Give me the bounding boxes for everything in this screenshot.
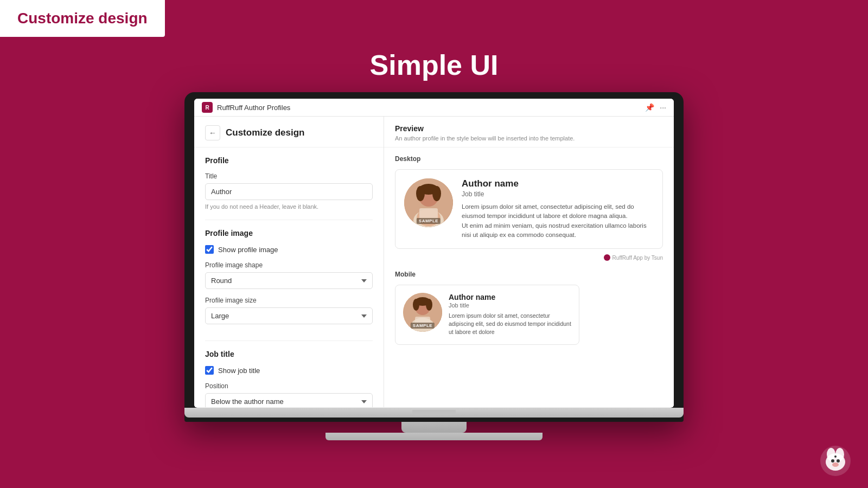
mobile-profile-image: SAMPLE — [403, 293, 442, 332]
svg-point-13 — [426, 299, 432, 311]
desktop-label: Desktop — [395, 155, 663, 163]
svg-point-20 — [837, 459, 840, 463]
profile-section-title: Profile — [205, 156, 373, 165]
profile-image-section-title: Profile image — [205, 229, 373, 237]
show-profile-image-label: Show profile image — [218, 246, 278, 254]
svg-point-4 — [416, 186, 425, 201]
position-select[interactable]: Below the author name After the author n… — [205, 393, 373, 407]
app-content: ← Customize design Profile Title If you … — [194, 117, 674, 407]
svg-point-18 — [835, 448, 844, 461]
shape-label: Profile image shape — [205, 261, 373, 269]
top-banner: Customize design — [0, 0, 165, 37]
svg-point-17 — [827, 448, 835, 461]
mobile-lorem-text: Lorem ipsum dolor sit amet, consectetur … — [449, 312, 571, 337]
laptop-screen: R RuffRuff Author Profiles 📌 ··· ← — [194, 99, 674, 408]
show-job-title-checkbox[interactable] — [205, 366, 214, 375]
left-panel: ← Customize design Profile Title If you … — [194, 117, 384, 407]
right-panel: Preview An author profile in the style b… — [384, 117, 674, 407]
mobile-sample-label: SAMPLE — [411, 323, 435, 329]
desktop-job-title: Job title — [462, 190, 654, 198]
panel-body: Profile Title If you do not need a Heade… — [194, 147, 384, 407]
preview-title: Preview — [395, 124, 663, 133]
desktop-profile-image: SAMPLE — [404, 178, 453, 227]
svg-point-19 — [831, 459, 834, 463]
show-profile-image-row: Show profile image — [205, 245, 373, 254]
divider-1 — [205, 220, 373, 220]
show-job-title-row: Show job title — [205, 366, 373, 375]
desktop-author-info: Author name Job title Lorem ipsum dolor … — [462, 178, 654, 240]
show-job-title-label: Show job title — [218, 367, 260, 375]
laptop-screen-frame: R RuffRuff Author Profiles 📌 ··· ← — [184, 92, 684, 422]
desktop-author-name: Author name — [462, 178, 654, 189]
laptop-frame: R RuffRuff Author Profiles 📌 ··· ← — [184, 92, 684, 440]
back-arrow-icon: ← — [209, 129, 216, 137]
app-chrome-right: 📌 ··· — [645, 103, 666, 112]
desktop-lorem-text: Lorem ipsum dolor sit amet, consectetur … — [462, 202, 654, 240]
job-title-section-title: Job title — [205, 350, 373, 358]
app-icon: R — [202, 102, 213, 113]
position-label: Position — [205, 382, 373, 390]
svg-point-12 — [413, 299, 419, 311]
desktop-sample-label: SAMPLE — [417, 218, 441, 224]
svg-point-5 — [432, 186, 441, 201]
dog-svg — [819, 445, 852, 477]
size-select[interactable]: Small Medium Large — [205, 307, 373, 324]
panel-title: Customize design — [226, 127, 304, 138]
title-field-hint: If you do not need a Header, leave it bl… — [205, 203, 373, 210]
divider-2 — [205, 341, 373, 341]
desktop-card: SAMPLE Author name Job title Lorem ipsum… — [395, 169, 663, 249]
more-icon[interactable]: ··· — [660, 103, 666, 112]
mobile-card: SAMPLE Author name Job title Lorem ipsum… — [395, 285, 579, 345]
top-banner-title: Customize design — [17, 10, 148, 27]
mobile-label: Mobile — [395, 271, 663, 278]
desktop-credit: RuffRuff App by Tsun — [395, 252, 663, 263]
credit-text: RuffRuff App by Tsun — [612, 255, 663, 261]
app-chrome: R RuffRuff Author Profiles 📌 ··· — [194, 99, 674, 117]
desktop-preview-section: Desktop — [384, 147, 674, 271]
panel-header: ← Customize design — [194, 117, 384, 147]
app-name: RuffRuff Author Profiles — [217, 104, 290, 112]
size-label: Profile image size — [205, 297, 373, 304]
svg-point-21 — [832, 463, 839, 467]
page-heading: Simple UI — [370, 49, 499, 81]
laptop-notch — [412, 410, 456, 415]
mobile-author-name: Author name — [449, 293, 571, 301]
mobile-job-title: Job title — [449, 302, 571, 309]
credit-icon — [604, 254, 610, 261]
pin-icon[interactable]: 📌 — [645, 103, 654, 112]
preview-header: Preview An author profile in the style b… — [384, 117, 674, 147]
svg-point-22 — [834, 455, 837, 458]
laptop-stand — [401, 422, 467, 433]
laptop-foot — [326, 433, 542, 440]
show-profile-image-checkbox[interactable] — [205, 245, 214, 254]
preview-desc: An author profile in the style below wil… — [395, 135, 663, 142]
title-field-label: Title — [205, 172, 373, 180]
mobile-author-info: Author name Job title Lorem ipsum dolor … — [449, 293, 571, 337]
mobile-preview-section: Mobile — [384, 271, 674, 356]
laptop-base — [184, 408, 684, 418]
app-chrome-left: R RuffRuff Author Profiles — [202, 102, 290, 113]
title-input[interactable] — [205, 183, 373, 200]
bottom-dog-icon — [819, 445, 852, 477]
shape-select[interactable]: Round Square — [205, 272, 373, 289]
back-button[interactable]: ← — [205, 125, 220, 140]
